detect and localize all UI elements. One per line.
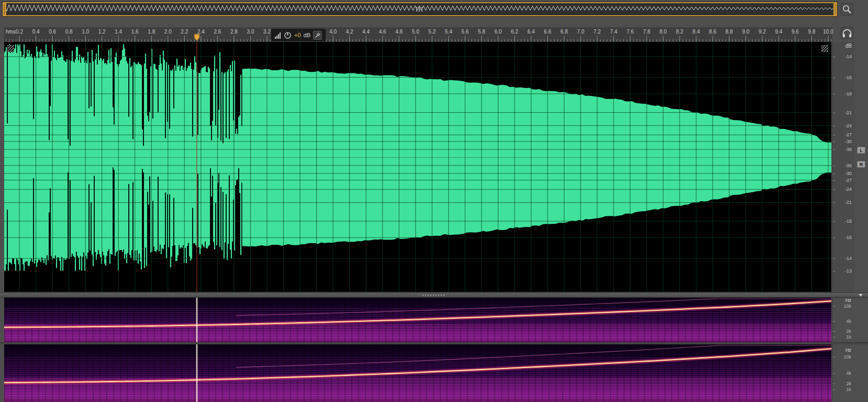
sweep-glow-outer — [4, 349, 831, 383]
time-tick-label: 9.4 — [775, 29, 782, 35]
freq-tick — [833, 357, 835, 357]
time-tick-label: 6.8 — [561, 29, 568, 35]
time-tick-label: 2.6 — [214, 29, 221, 35]
time-tick-label: 9.6 — [792, 29, 799, 35]
freq-label: 2k — [846, 329, 851, 334]
freq-tick — [833, 321, 835, 322]
zoom-tool-button[interactable] — [841, 3, 853, 16]
gain-knob[interactable] — [284, 31, 292, 39]
db-label: -24 — [845, 123, 852, 128]
time-tick-label: 3.2 — [263, 29, 271, 35]
channel-left-button[interactable]: L — [857, 147, 865, 154]
amplitude-ruler[interactable]: dB -14-16-18-21-24-27-30-36-36-30-27-24-… — [832, 42, 854, 292]
db-label: -18 — [845, 219, 852, 224]
timeline-ticks: 0.20.40.60.81.01.21.41.61.82.02.22.42.62… — [4, 27, 832, 41]
time-tick-label: 10.0 — [823, 29, 833, 35]
db-label: -13 — [845, 268, 852, 274]
db-label: -16 — [845, 75, 852, 80]
navigator-right-handle[interactable] — [833, 2, 837, 16]
db-tick — [833, 94, 835, 94]
navigator-left-handle[interactable] — [3, 2, 6, 16]
freq-ruler-title: Hz — [845, 298, 851, 303]
freq-tick — [833, 384, 835, 384]
frequency-ruler-left[interactable]: Hz10k4k2k1k — [832, 298, 868, 342]
time-tick-label: 1.6 — [131, 29, 139, 35]
freq-label: 2k — [846, 381, 851, 386]
panel-splitter[interactable] — [0, 292, 868, 298]
time-tick-label: 7.6 — [627, 29, 634, 35]
db-tick — [833, 126, 835, 126]
spectrogram-right-channel[interactable] — [4, 344, 831, 402]
time-tick-label: 0.2 — [16, 29, 23, 35]
db-label: -24 — [845, 187, 852, 192]
spectrogram-canvas — [4, 344, 831, 402]
time-ticks — [6, 36, 832, 41]
db-tick — [833, 135, 835, 135]
channel-button-strip: L R — [855, 42, 868, 292]
gain-hud[interactable]: +0 dB — [271, 29, 326, 41]
time-tick-label: 6.4 — [528, 29, 535, 35]
playhead-handle[interactable] — [194, 34, 199, 41]
time-tick-label: 8.0 — [660, 29, 667, 35]
freq-tick — [833, 306, 835, 307]
magnifier-icon — [841, 4, 853, 15]
freq-ruler-title: Hz — [845, 347, 851, 353]
time-tick-label: 5.8 — [478, 29, 485, 35]
time-tick-label: 1.2 — [98, 29, 106, 35]
zoom-navigator[interactable] — [3, 2, 837, 16]
corner-grip-left[interactable] — [7, 45, 14, 52]
time-tick-label: 4.8 — [395, 29, 403, 35]
freq-label: 10k — [843, 303, 851, 309]
time-tick-label: 2.0 — [164, 29, 172, 35]
db-tick — [833, 189, 835, 190]
splitter-grip[interactable] — [422, 295, 446, 296]
sweep-curve — [4, 301, 831, 327]
sweep-glow — [4, 349, 831, 383]
time-tick-label: 2.4 — [197, 29, 205, 35]
time-tick-label: 4.2 — [346, 29, 353, 35]
db-label: -27 — [845, 178, 852, 183]
monitor-button[interactable] — [841, 27, 853, 39]
time-tick-label: 8.8 — [726, 29, 733, 35]
spectrogram-left-channel[interactable] — [4, 298, 831, 342]
freq-label: 4k — [846, 319, 851, 324]
time-tick-label: 0.6 — [49, 29, 56, 35]
collapse-arrow-icon[interactable] — [859, 294, 863, 297]
time-tick-label: 7.2 — [594, 29, 601, 35]
db-label: -16 — [845, 235, 852, 240]
time-tick-label: 9.0 — [742, 29, 749, 35]
db-tick — [833, 237, 835, 238]
db-tick — [833, 173, 835, 174]
navigator-grip[interactable] — [416, 7, 424, 12]
time-tick-label: 6.2 — [511, 29, 518, 35]
db-label: -14 — [845, 54, 852, 59]
time-tick-label: 5.0 — [412, 29, 419, 35]
db-label: -21 — [845, 200, 852, 205]
waveform-display[interactable] — [4, 42, 831, 292]
time-tick-label: 6.0 — [494, 29, 502, 35]
time-tick-label: 1.8 — [148, 29, 155, 35]
sweep-curve — [4, 349, 831, 383]
db-tick — [833, 221, 835, 222]
corner-grip-right[interactable] — [821, 45, 828, 52]
freq-tick — [833, 373, 835, 374]
gain-value[interactable]: +0 — [294, 32, 301, 38]
pin-icon — [314, 32, 321, 39]
db-tick — [833, 271, 835, 271]
time-tick-label: 5.4 — [445, 29, 452, 35]
freq-label: 10k — [843, 354, 851, 360]
timeline-ruler[interactable]: hms 0.20.40.60.81.01.21.41.61.82.02.22.4… — [4, 27, 832, 41]
hud-pin-button[interactable] — [313, 31, 322, 40]
channel-right-button[interactable]: R — [857, 161, 865, 168]
time-tick-label: 7.0 — [577, 29, 584, 35]
db-tick — [833, 142, 835, 142]
frequency-ruler-right[interactable]: Hz10k4k2k1k — [832, 344, 868, 402]
db-tick — [833, 202, 835, 203]
db-tick — [833, 113, 835, 113]
db-label: -30 — [845, 171, 852, 176]
time-tick-label: 9.8 — [808, 29, 816, 35]
freq-label: 1k — [846, 387, 851, 392]
waveform-canvas — [4, 42, 831, 292]
freq-tick — [833, 331, 835, 332]
time-tick-label: 0.4 — [32, 29, 40, 35]
